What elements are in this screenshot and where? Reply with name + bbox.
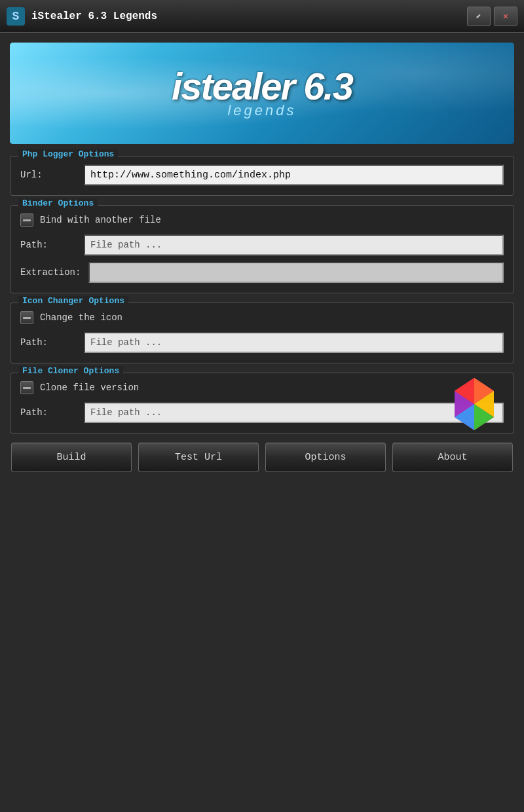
- cloner-logo: [445, 375, 504, 434]
- binder-extraction-label: Extraction:: [20, 267, 81, 278]
- bottom-buttons: Build Test Url Options About: [10, 443, 514, 472]
- close-icon: ✕: [503, 10, 508, 22]
- bind-checkbox[interactable]: [20, 213, 33, 227]
- minimize-button[interactable]: ⬋: [467, 7, 491, 26]
- test-url-button[interactable]: Test Url: [138, 443, 259, 472]
- checkbox-inner: [23, 387, 31, 389]
- url-input[interactable]: [84, 164, 504, 185]
- binder-extraction-input[interactable]: [88, 262, 504, 283]
- binder-extraction-row: Extraction:: [20, 262, 504, 283]
- icon-checkbox[interactable]: [20, 311, 33, 324]
- icon-path-row: Path:: [20, 332, 504, 353]
- cloner-path-row: Path:: [20, 402, 504, 423]
- bind-checkbox-row: Bind with another file: [20, 213, 504, 227]
- about-button[interactable]: About: [392, 443, 513, 472]
- binder-path-label: Path:: [20, 240, 76, 250]
- main-content: istealer 6.3 legends Php Logger Options …: [0, 33, 524, 482]
- minimize-icon: ⬋: [476, 10, 481, 22]
- binder-section: Binder Options Bind with another file Pa…: [10, 205, 514, 293]
- file-cloner-content: Clone file version Path:: [20, 381, 504, 423]
- cloner-path-input[interactable]: [84, 402, 504, 423]
- banner-title: istealer 6.3: [172, 67, 352, 105]
- binder-path-input[interactable]: [84, 234, 504, 255]
- bind-checkbox-label: Bind with another file: [40, 215, 161, 225]
- window-controls: ⬋ ✕: [467, 7, 517, 26]
- file-cloner-section: File Cloner Options Clon: [10, 373, 514, 434]
- php-logger-legend: Php Logger Options: [18, 149, 118, 159]
- icon-checkbox-row: Change the icon: [20, 311, 504, 324]
- icon-path-input[interactable]: [84, 332, 504, 353]
- binder-legend: Binder Options: [18, 198, 98, 208]
- checkbox-inner: [23, 219, 31, 221]
- title-bar: S iStealer 6.3 Legends ⬋ ✕: [0, 0, 524, 33]
- close-button[interactable]: ✕: [494, 7, 517, 26]
- cloner-checkbox-row: Clone file version: [20, 381, 504, 394]
- cloner-checkbox-label: Clone file version: [40, 382, 139, 393]
- app-icon: S: [7, 7, 25, 26]
- file-cloner-legend: File Cloner Options: [18, 366, 123, 376]
- cloner-checkbox[interactable]: [20, 381, 33, 394]
- banner-text: istealer 6.3 legends: [172, 67, 352, 119]
- checkbox-inner: [23, 317, 31, 319]
- icon-changer-section: Icon Changer Options Change the icon Pat…: [10, 303, 514, 363]
- options-button[interactable]: Options: [265, 443, 386, 472]
- cloner-path-label: Path:: [20, 407, 76, 418]
- app-banner: istealer 6.3 legends: [10, 43, 514, 144]
- build-button[interactable]: Build: [11, 443, 132, 472]
- url-label: Url:: [20, 170, 76, 180]
- php-logger-section: Php Logger Options Url:: [10, 156, 514, 196]
- window-title: iStealer 6.3 Legends: [31, 10, 467, 22]
- binder-path-row: Path:: [20, 234, 504, 255]
- icon-path-label: Path:: [20, 337, 76, 348]
- icon-changer-legend: Icon Changer Options: [18, 296, 128, 306]
- url-row: Url:: [20, 164, 504, 185]
- icon-checkbox-label: Change the icon: [40, 312, 122, 323]
